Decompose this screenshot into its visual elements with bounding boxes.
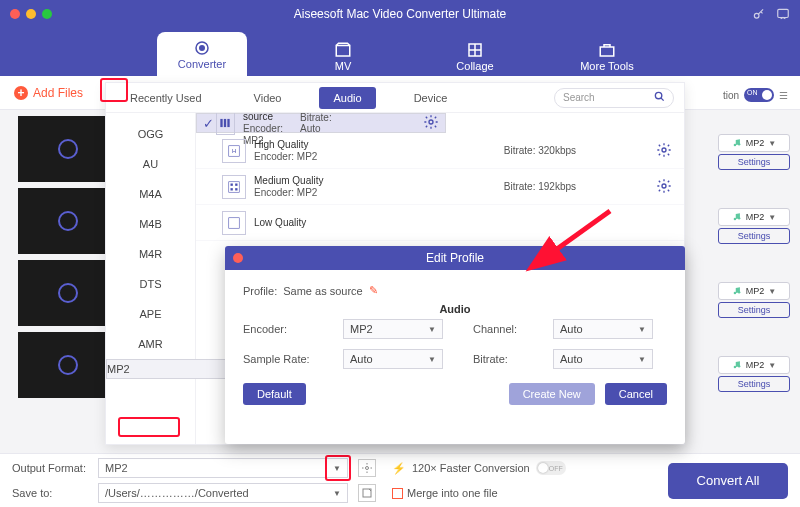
format-au[interactable]: AU: [106, 149, 195, 179]
format-m4a[interactable]: M4A: [106, 179, 195, 209]
settings-button[interactable]: Settings: [718, 228, 790, 244]
tab-audio[interactable]: Audio: [319, 87, 375, 109]
svg-point-12: [738, 291, 741, 294]
quality-name: Low Quality: [254, 217, 306, 228]
settings-button[interactable]: Settings: [718, 154, 790, 170]
format-search-input[interactable]: Search: [554, 88, 674, 108]
open-folder-icon[interactable]: [358, 484, 376, 502]
output-format-select[interactable]: MP2▼: [98, 458, 348, 478]
convert-all-button[interactable]: Convert All: [668, 463, 788, 499]
nav-converter[interactable]: Converter: [157, 32, 247, 76]
channel-dropdown[interactable]: Auto▼: [553, 319, 653, 339]
faster-conversion-label: 120× Faster Conversion: [412, 462, 530, 474]
tab-recently-used[interactable]: Recently Used: [116, 87, 216, 109]
chevron-down-icon: ▼: [638, 355, 646, 364]
highlight-box: [118, 417, 180, 437]
high-definition-toggle[interactable]: tion ON ☰: [723, 88, 788, 102]
format-amr[interactable]: AMR: [106, 329, 195, 359]
save-to-select[interactable]: /Users/……………/Converted▼: [98, 483, 348, 503]
quality-name: Same as source: [243, 113, 282, 122]
save-to-label: Save to:: [12, 487, 92, 499]
format-m4r[interactable]: M4R: [106, 239, 195, 269]
faster-conversion-toggle[interactable]: OFF: [536, 461, 566, 475]
chevron-down-icon: ▼: [768, 361, 776, 370]
format-tag[interactable]: MP2▼: [718, 282, 790, 300]
format-dts[interactable]: DTS: [106, 269, 195, 299]
quality-icon: [222, 211, 246, 235]
nav-collage-label: Collage: [439, 60, 511, 72]
window-title: Aiseesoft Mac Video Converter Ultimate: [0, 7, 800, 21]
svg-point-13: [733, 366, 736, 369]
toggle-on-icon: ON: [744, 88, 774, 102]
annotation-arrow: [540, 206, 620, 268]
merge-checkbox[interactable]: Merge into one file: [392, 487, 498, 500]
chevron-down-icon: ▼: [768, 139, 776, 148]
quality-row-same-as-source[interactable]: ✓ Same as sourceEncoder: MP2 Bitrate: Au…: [196, 113, 446, 133]
format-m4b[interactable]: M4B: [106, 209, 195, 239]
encoder-dropdown[interactable]: MP2▼: [343, 319, 443, 339]
create-new-button[interactable]: Create New: [509, 383, 595, 405]
svg-point-28: [662, 184, 666, 188]
quality-name: Medium Quality: [254, 175, 323, 186]
settings-icon[interactable]: [358, 459, 376, 477]
format-ape[interactable]: APE: [106, 299, 195, 329]
encoder-label: Encoder:: [243, 323, 323, 335]
toggle-on-label: ON: [747, 89, 758, 96]
music-note-icon: [58, 211, 78, 231]
chevron-down-icon: ▼: [768, 287, 776, 296]
quality-row-medium[interactable]: Medium QualityEncoder: MP2 Bitrate: 192k…: [196, 169, 684, 205]
mv-icon: [307, 40, 379, 60]
bitrate-dropdown[interactable]: Auto▼: [553, 349, 653, 369]
cancel-button[interactable]: Cancel: [605, 383, 667, 405]
toolbox-icon: [571, 40, 643, 60]
thumbnail-item[interactable]: [18, 188, 118, 254]
add-files-button[interactable]: + Add Files: [14, 86, 83, 100]
music-note-icon: [58, 355, 78, 375]
nav-converter-label: Converter: [165, 58, 239, 70]
music-note-icon: [58, 283, 78, 303]
toggle-off-label: OFF: [549, 465, 563, 472]
thumbnail-item[interactable]: [18, 116, 118, 182]
tab-device[interactable]: Device: [400, 87, 462, 109]
svg-rect-23: [229, 181, 240, 192]
nav-mv[interactable]: MV: [307, 40, 379, 76]
quality-row-high[interactable]: H High QualityEncoder: MP2 Bitrate: 320k…: [196, 133, 684, 169]
gear-icon[interactable]: [656, 178, 674, 196]
quality-bitrate: Bitrate: Auto: [300, 113, 343, 134]
gear-icon[interactable]: [423, 114, 439, 132]
close-icon[interactable]: [233, 253, 243, 263]
profile-value: Same as source: [283, 285, 362, 297]
svg-point-22: [662, 148, 666, 152]
bottom-bar: Output Format: MP2▼ ⚡ 120× Faster Conver…: [0, 453, 800, 507]
checkbox-icon: [392, 488, 403, 499]
edit-pencil-icon[interactable]: ✎: [369, 284, 378, 297]
gear-icon[interactable]: [656, 142, 674, 160]
thumbnail-item[interactable]: [18, 332, 118, 398]
title-bar: Aiseesoft Mac Video Converter Ultimate: [0, 0, 800, 28]
nav-more-tools[interactable]: More Tools: [571, 40, 643, 76]
menu-icon[interactable]: ☰: [779, 90, 788, 101]
channel-value: Auto: [560, 323, 583, 335]
settings-button[interactable]: Settings: [718, 302, 790, 318]
svg-rect-18: [228, 119, 230, 127]
format-panel-tabs: Recently Used Video Audio Device Search: [106, 83, 684, 113]
format-tag[interactable]: MP2▼: [718, 208, 790, 226]
output-format-label: Output Format:: [12, 462, 92, 474]
settings-button[interactable]: Settings: [718, 376, 790, 392]
output-format-value: MP2: [105, 462, 128, 474]
default-button[interactable]: Default: [243, 383, 306, 405]
chevron-down-icon: ▼: [428, 325, 436, 334]
thumbnail-item[interactable]: [18, 260, 118, 326]
format-tag[interactable]: MP2▼: [718, 356, 790, 374]
add-files-label: Add Files: [33, 86, 83, 100]
sample-rate-dropdown[interactable]: Auto▼: [343, 349, 443, 369]
collage-icon: [439, 40, 511, 60]
quality-bitrate: Bitrate: 320kbps: [504, 145, 576, 156]
main-nav: Converter MV Collage More Tools: [0, 28, 800, 76]
tab-video[interactable]: Video: [240, 87, 296, 109]
nav-collage[interactable]: Collage: [439, 40, 511, 76]
format-tag[interactable]: MP2▼: [718, 134, 790, 152]
format-ogg[interactable]: OGG: [106, 119, 195, 149]
chevron-down-icon: ▼: [428, 355, 436, 364]
quality-name: High Quality: [254, 139, 308, 150]
